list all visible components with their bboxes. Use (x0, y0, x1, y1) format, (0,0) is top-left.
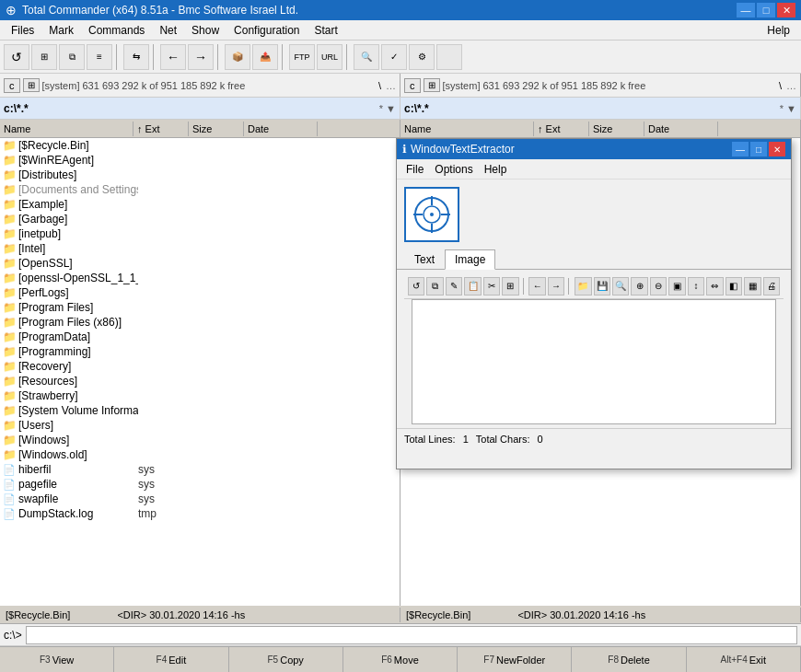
menu-show[interactable]: Show (184, 22, 226, 39)
menu-commands[interactable]: Commands (81, 22, 152, 39)
tb-back[interactable]: ← (160, 44, 186, 70)
cmd-input[interactable] (26, 626, 797, 644)
menu-start[interactable]: Start (307, 22, 344, 39)
minimize-button[interactable]: — (737, 3, 755, 17)
list-item[interactable]: 📁[OpenSSL] (0, 256, 400, 271)
wte-menu-file[interactable]: File (400, 161, 429, 178)
tb-compare[interactable]: ⇆ (123, 44, 149, 70)
left-col-ext[interactable]: ↑ Ext (134, 122, 189, 136)
wte-tb-edit[interactable]: ✎ (446, 277, 462, 295)
list-item[interactable]: 📁[$Recycle.Bin] (0, 138, 400, 153)
list-item[interactable]: 📄hiberfilsys (0, 462, 400, 477)
list-item[interactable]: 📁[Program Files] (0, 300, 400, 315)
wte-tb-print[interactable]: 🖨 (763, 277, 780, 295)
list-item[interactable]: 📁[Strawberry] (0, 388, 400, 403)
list-item[interactable]: 📁[Garbage] (0, 212, 400, 226)
tb-view-list[interactable]: ≡ (87, 44, 112, 70)
wte-tab-text[interactable]: Text (404, 249, 445, 270)
left-network-button[interactable]: ⊞ (23, 78, 40, 92)
wte-tb-fwd[interactable]: → (548, 277, 564, 295)
wte-menu-options[interactable]: Options (429, 161, 478, 178)
wte-tb-zoomout[interactable]: ⊖ (650, 277, 667, 295)
tb-find[interactable]: 🔍 (354, 44, 379, 70)
list-item[interactable]: 📁[Resources] (0, 374, 400, 388)
list-item[interactable]: 📁[System Volume Information] (0, 403, 400, 418)
right-col-ext[interactable]: ↑ Ext (534, 122, 589, 136)
right-col-name[interactable]: Name (400, 122, 534, 136)
list-item[interactable]: 📁[inetpub] (0, 226, 400, 241)
fkey-f4[interactable]: F4 Edit (114, 647, 228, 672)
list-item[interactable]: 📁[Program Files (x86)] (0, 315, 400, 330)
list-item[interactable]: 📁[Users] (0, 418, 400, 433)
list-item[interactable]: 📁[$WinREAgent] (0, 153, 400, 168)
list-item[interactable]: 📁[ProgramData] (0, 330, 400, 344)
list-item[interactable]: 📁[Documents and Settings] (0, 182, 400, 197)
wte-tab-image[interactable]: Image (445, 249, 495, 270)
list-item[interactable]: 📁[Example] (0, 197, 400, 212)
tb-unpack[interactable]: 📤 (252, 44, 278, 70)
left-col-date[interactable]: Date (244, 122, 318, 136)
wte-close[interactable]: ✕ (769, 142, 785, 156)
menu-configuration[interactable]: Configuration (226, 22, 307, 39)
list-item[interactable]: 📁[Distributes] (0, 168, 400, 182)
tb-url[interactable]: URL (317, 44, 342, 70)
tb-refresh[interactable]: ↺ (4, 44, 29, 70)
fkey-f3[interactable]: F3 View (0, 647, 114, 672)
left-col-name[interactable]: Name (0, 122, 134, 136)
right-col-date[interactable]: Date (644, 122, 718, 136)
left-col-size[interactable]: Size (189, 122, 244, 136)
tb-pack[interactable]: 📦 (225, 44, 250, 70)
right-drive-button[interactable]: c (404, 78, 421, 93)
menu-mark[interactable]: Mark (41, 22, 81, 39)
fkey-f8[interactable]: F8 Delete (572, 647, 686, 672)
wte-tb-open[interactable]: 📁 (575, 277, 591, 295)
wte-tb-view[interactable]: ⊞ (502, 277, 518, 295)
wte-tb-refresh[interactable]: ↺ (408, 277, 424, 295)
tb-copy-names[interactable]: ⧉ (59, 44, 85, 70)
fkey-altf4[interactable]: Alt+F4 Exit (687, 647, 801, 672)
wte-minimize[interactable]: — (732, 142, 749, 156)
maximize-button[interactable]: □ (757, 3, 775, 17)
wte-tb-zoomin[interactable]: ⊕ (631, 277, 647, 295)
tb-properties[interactable]: ⚙ (409, 44, 435, 70)
right-col-size[interactable]: Size (589, 122, 644, 136)
tb-empty[interactable] (436, 44, 462, 70)
wte-content-display[interactable] (412, 299, 776, 424)
wte-tb-save[interactable]: 💾 (594, 277, 610, 295)
left-drive-button[interactable]: c (4, 78, 20, 93)
left-file-panel[interactable]: 📁[$Recycle.Bin]📁[$WinREAgent]📁[Distribut… (0, 138, 400, 606)
list-item[interactable]: 📁[PerfLogs] (0, 285, 400, 300)
wte-tb-back[interactable]: ← (528, 277, 545, 295)
wte-tb-copy[interactable]: ⧉ (426, 277, 443, 295)
list-item[interactable]: 📁[Programming] (0, 344, 400, 359)
wte-tb-split[interactable]: ◧ (726, 277, 742, 295)
menu-help[interactable]: Help (760, 22, 797, 39)
wte-crosshair-box[interactable] (404, 187, 459, 242)
list-item[interactable]: 📄swapfilesys (0, 492, 400, 506)
wte-tb-fithoriz[interactable]: ⇔ (706, 277, 723, 295)
fkey-f7[interactable]: F7 NewFolder (458, 647, 572, 672)
fkey-f5[interactable]: F5 Copy (229, 647, 343, 672)
list-item[interactable]: 📁[Intel] (0, 241, 400, 256)
close-button[interactable]: ✕ (777, 3, 795, 17)
wte-tb-cut[interactable]: ✂ (483, 277, 500, 295)
wte-tb-fitvert[interactable]: ↕ (688, 277, 704, 295)
fkey-f6[interactable]: F6 Move (343, 647, 458, 672)
list-item[interactable]: 📁[Windows.old] (0, 447, 400, 462)
wte-tb-fitwidth[interactable]: ▣ (668, 277, 685, 295)
wte-maximize[interactable]: □ (750, 142, 767, 156)
tb-select[interactable]: ✓ (381, 44, 407, 70)
wte-tb-find[interactable]: 🔍 (612, 277, 629, 295)
list-item[interactable]: 📁[Windows] (0, 433, 400, 447)
list-item[interactable]: 📄DumpStack.logtmp (0, 506, 400, 521)
wte-tb-grid[interactable]: ▦ (744, 277, 760, 295)
right-network-button[interactable]: ⊞ (424, 78, 440, 92)
menu-files[interactable]: Files (4, 22, 41, 39)
menu-net[interactable]: Net (152, 22, 184, 39)
wte-tb-paste[interactable]: 📋 (464, 277, 481, 295)
tb-forward[interactable]: → (188, 44, 214, 70)
wte-menu-help[interactable]: Help (479, 161, 513, 178)
tb-ftp[interactable]: FTP (289, 44, 315, 70)
list-item[interactable]: 📁[Recovery] (0, 359, 400, 374)
tb-view-icons[interactable]: ⊞ (31, 44, 57, 70)
